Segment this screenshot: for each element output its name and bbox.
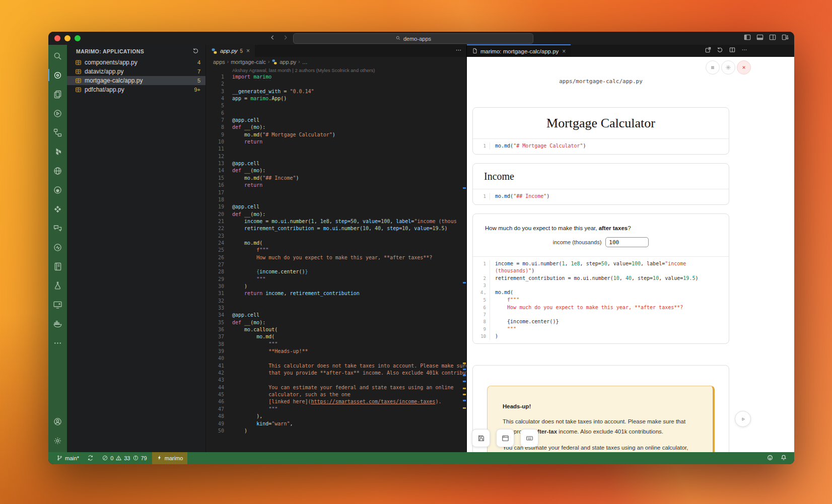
code-line[interactable]: 25 f""" [206, 247, 466, 254]
cell-code-line[interactable]: 7 [473, 311, 729, 318]
breadcrumb-item[interactable]: apps [213, 59, 225, 65]
reload-webview-icon[interactable] [717, 46, 724, 55]
cell-code-line[interactable]: 5 f""" [473, 297, 729, 304]
code-line[interactable]: 24 mo.md( [206, 240, 466, 247]
forward-icon[interactable] [282, 34, 289, 43]
overview-ruler[interactable] [462, 74, 466, 452]
code-line[interactable]: 35def __(mo): [206, 319, 466, 326]
breadcrumb-item[interactable]: … [302, 59, 308, 65]
cell-code-line[interactable]: 9 """ [473, 326, 729, 333]
close-tab-icon[interactable]: × [562, 48, 566, 55]
code-line[interactable]: 21 income = mo.ui.number(1, 1e8, step=50… [206, 218, 466, 225]
code-line[interactable]: 19@app.cell [206, 203, 466, 210]
code-line[interactable]: 10 return [206, 138, 466, 146]
notifications-bell-icon[interactable] [780, 454, 787, 462]
keyboard-shortcuts-button[interactable] [520, 429, 538, 447]
code-line[interactable]: 4app = marimo.App() [206, 95, 466, 102]
cell-code-line[interactable]: 1mo.md("# Mortgage Calculator") [473, 142, 729, 150]
run-cell-button[interactable] [735, 411, 751, 427]
marimo-settings-button[interactable] [721, 60, 735, 75]
code-line[interactable]: 37 mo.md( [206, 333, 466, 340]
cell-code-line[interactable]: (thousands)") [473, 267, 729, 274]
code-line[interactable]: 29 """ [206, 276, 466, 283]
zoom-window-button[interactable] [75, 35, 81, 41]
code-line[interactable]: 40 [206, 355, 466, 362]
code-line[interactable]: 14def __(mo): [206, 167, 466, 174]
cell-code-line[interactable]: 3 [473, 282, 729, 289]
sync-changes-button[interactable] [84, 452, 97, 464]
code-line[interactable]: 26 How much do you expect to make this y… [206, 254, 466, 261]
cell-code-line[interactable]: 1income = mo.ui.number(1, 1e8, step=50, … [473, 260, 729, 267]
sidebar-file-components[interactable]: components/app.py4 [67, 58, 205, 67]
code-line[interactable]: 6 [206, 110, 466, 117]
settings-icon[interactable] [48, 431, 67, 450]
code-line[interactable]: 16 return [206, 182, 466, 189]
testing-icon[interactable] [48, 276, 67, 295]
code-line[interactable]: 34@app.cell [206, 312, 466, 319]
git-blame-codelens[interactable]: Akshay Agrawal, last month | 2 authors (… [206, 66, 466, 74]
copy-icon[interactable] [48, 85, 67, 104]
customize-layout-icon[interactable] [781, 33, 789, 43]
toggle-secondary-sidebar-icon[interactable] [769, 33, 777, 43]
code-line[interactable]: 5 [206, 102, 466, 109]
code-line[interactable]: 38 """ [206, 341, 466, 348]
open-external-icon[interactable] [705, 46, 712, 55]
code-line[interactable]: 3__generated_with = "0.0.14" [206, 88, 466, 95]
code-line[interactable]: 22 retirement_contribution = mo.ui.numbe… [206, 225, 466, 232]
more-actions-icon[interactable] [741, 46, 748, 55]
minimize-window-button[interactable] [64, 35, 71, 41]
code-line[interactable]: 15 mo.md("## Income") [206, 175, 466, 182]
github-icon[interactable] [48, 180, 67, 199]
pulse-icon[interactable] [48, 238, 67, 257]
docker-icon[interactable] [48, 314, 67, 333]
cell-code-line[interactable]: 8 {income.center()} [473, 318, 729, 325]
diamonds-icon[interactable] [48, 199, 67, 219]
code-line[interactable]: 17 [206, 189, 466, 196]
marimo-menu-button[interactable] [706, 60, 720, 75]
toggle-sidebar-icon[interactable] [743, 33, 751, 43]
code-line[interactable]: 1import marimo [206, 74, 466, 81]
code-line[interactable]: 2 [206, 81, 466, 88]
code-line[interactable]: 42 that you provide **after-tax** income… [206, 370, 466, 377]
code-line[interactable]: 43 [206, 377, 466, 384]
code-line[interactable]: 9 mo.md("# Mortgage Calculator") [206, 131, 466, 138]
refresh-icon[interactable] [192, 47, 199, 55]
terraform-icon[interactable] [48, 142, 67, 161]
split-editor-icon[interactable] [729, 46, 736, 55]
more-icon[interactable] [48, 333, 67, 352]
code-editor[interactable]: 1import marimo23__generated_with = "0.0.… [206, 74, 466, 452]
cell-code-line[interactable]: 4⌄mo.md( [473, 289, 729, 297]
code-line[interactable]: 30 ) [206, 283, 466, 290]
sidebar-file-pdfchat[interactable]: pdfchat/app.py9+ [67, 85, 205, 94]
code-line[interactable]: 50 ) [206, 427, 466, 435]
code-line[interactable]: 20def __(mo): [206, 211, 466, 218]
git-branch-status[interactable]: main* [53, 452, 82, 464]
breadcrumb[interactable]: apps›mortgage-calc›app.py›… [206, 57, 466, 66]
save-button[interactable] [472, 429, 490, 447]
code-line[interactable]: 49 kind="warn", [206, 420, 466, 427]
notebook-icon[interactable] [48, 257, 67, 276]
cell-code-line[interactable]: 1mo.md("## Income") [473, 193, 729, 200]
cell-code-line[interactable]: 10) [473, 333, 729, 340]
breadcrumb-item[interactable]: app.py [280, 59, 296, 65]
code-line[interactable]: 8def __(mo): [206, 124, 466, 131]
code-line[interactable]: 7@app.cell [206, 117, 466, 124]
code-line[interactable]: 45 calculator, such as the one [206, 391, 466, 398]
code-line[interactable]: 44 You can estimate your federal and sta… [206, 384, 466, 391]
code-line[interactable]: 13@app.cell [206, 160, 466, 167]
marimo-extension-status[interactable]: marimo [152, 452, 188, 464]
account-icon[interactable] [48, 412, 67, 431]
feedback-smiley-icon[interactable] [767, 454, 774, 462]
command-center-search[interactable]: demo-apps [293, 33, 533, 44]
code-line[interactable]: 31 return income, retirement_contributio… [206, 290, 466, 297]
tab-marimo-webview[interactable]: marimo: mortgage-calc/app.py × [467, 44, 571, 57]
code-line[interactable]: 32 [206, 298, 466, 305]
open-in-browser-button[interactable] [496, 429, 514, 447]
cell-code-line[interactable]: 6 How much do you expect to make this ye… [473, 304, 729, 311]
code-line[interactable]: 28 {income.center()} [206, 268, 466, 275]
marimo-icon[interactable] [48, 65, 67, 85]
toggle-panel-icon[interactable] [756, 33, 764, 43]
globe-icon[interactable] [48, 161, 67, 180]
monitor-x-icon[interactable] [48, 295, 67, 314]
marimo-shutdown-button[interactable] [737, 60, 751, 75]
